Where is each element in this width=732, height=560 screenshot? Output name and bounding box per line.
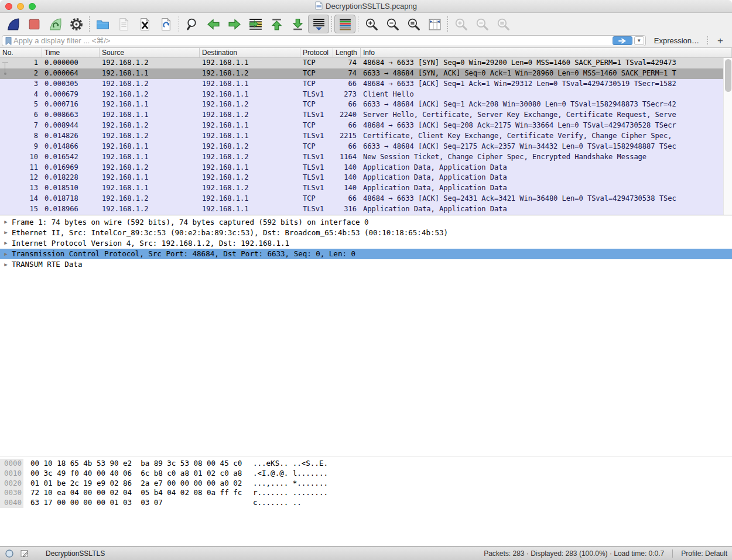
toolbar-separator <box>89 16 90 32</box>
zoom-reset-icon[interactable] <box>403 15 424 33</box>
capture-options-icon[interactable] <box>66 15 87 33</box>
packet-row[interactable]: 10 0.016542 192.168.1.1 192.168.1.2 TLSv… <box>0 152 732 163</box>
hex-ascii: .<I.@.@. l....... <box>253 469 328 479</box>
toolbar-separator <box>179 16 179 32</box>
hex-offset: 0000 <box>0 459 23 469</box>
hex-offset: 0010 <box>0 469 23 479</box>
filter-history-dropdown[interactable]: ▼ <box>634 36 644 45</box>
packet-row[interactable]: 9 0.014866 192.168.1.1 192.168.1.2 TCP 6… <box>0 142 732 152</box>
packet-list-scrollbar[interactable] <box>723 58 732 215</box>
status-packet-counts: Packets: 283 · Displayed: 283 (100.0%) ·… <box>484 549 672 558</box>
restart-capture-icon[interactable] <box>45 15 66 33</box>
packet-row[interactable]: 4 0.000679 192.168.1.2 192.168.1.1 TLSv1… <box>0 90 732 100</box>
status-bar: DecryptionSSLTLS Packets: 283 · Displaye… <box>0 546 732 560</box>
column-header-length[interactable]: Length <box>333 48 361 57</box>
hex-ascii: ...eKS.. ..<S..E. <box>253 459 328 469</box>
hex-ascii: c....... .. <box>253 498 302 508</box>
column-header-destination[interactable]: Destination <box>200 48 300 57</box>
status-file-name: DecryptionSSLTLS <box>46 549 105 558</box>
wireshark-window: DecryptionSSLTLS.pcapng <box>0 0 732 560</box>
detail-tree-row[interactable]: ▶ Ethernet II, Src: IntelCor_89:3c:53 (9… <box>0 227 732 238</box>
reload-file-icon[interactable] <box>155 15 176 33</box>
packet-row[interactable]: 13 0.018510 192.168.1.1 192.168.1.2 TLSv… <box>0 183 732 194</box>
packet-row[interactable]: 11 0.016969 192.168.1.2 192.168.1.1 TLSv… <box>0 163 732 173</box>
capture-comment-icon[interactable] <box>20 549 29 558</box>
packet-row[interactable]: 8 0.014826 192.168.1.2 192.168.1.1 TLSv1… <box>0 131 732 142</box>
go-to-packet-icon[interactable] <box>245 15 266 33</box>
close-file-icon[interactable] <box>134 15 155 33</box>
hex-dump-row[interactable]: 0000 00 10 18 65 4b 53 90 e2 ba 89 3c 53… <box>0 459 732 469</box>
packet-row[interactable]: 7 0.008944 192.168.1.2 192.168.1.1 TCP 6… <box>0 121 732 131</box>
packet-details-pane: ▶ Frame 1: 74 bytes on wire (592 bits), … <box>0 215 732 456</box>
zoom-reset-disabled-icon <box>492 15 514 33</box>
toolbar-separator <box>447 16 448 32</box>
packet-row[interactable]: 5 0.000716 192.168.1.1 192.168.1.2 TCP 6… <box>0 99 732 110</box>
toolbar-separator <box>331 16 332 32</box>
hex-bytes: 00 3c 49 f0 40 00 40 06 6c b8 c0 a8 01 0… <box>23 469 253 479</box>
window-title: DecryptionSSLTLS.pcapng <box>326 2 417 11</box>
hex-dump-row[interactable]: 0030 72 10 ea 04 00 00 02 04 05 b4 04 02… <box>0 488 732 498</box>
packet-row[interactable]: 14 0.018718 192.168.1.2 192.168.1.1 TCP … <box>0 194 732 204</box>
expression-button[interactable]: Expression… <box>649 36 704 45</box>
add-filter-button[interactable]: + <box>712 35 729 47</box>
detail-tree-row[interactable]: ▶ Internet Protocol Version 4, Src: 192.… <box>0 238 732 248</box>
status-profile[interactable]: Profile: Default <box>672 549 727 558</box>
display-filter-input[interactable] <box>13 36 610 45</box>
scrollbar-thumb[interactable] <box>725 59 731 92</box>
hex-bytes: 00 10 18 65 4b 53 90 e2 ba 89 3c 53 08 0… <box>23 459 253 469</box>
colorize-packets-icon[interactable] <box>334 15 355 33</box>
column-header-no[interactable]: No. <box>0 48 42 57</box>
minimize-window-button[interactable] <box>17 3 24 10</box>
zoom-window-button[interactable] <box>29 3 36 10</box>
packet-row[interactable]: 15 0.018966 192.168.1.2 192.168.1.1 TLSv… <box>0 204 732 215</box>
bookmark-icon[interactable] <box>4 36 13 46</box>
column-header-source[interactable]: Source <box>100 48 200 57</box>
hex-offset: 0030 <box>0 488 23 498</box>
go-last-packet-icon[interactable] <box>287 15 308 33</box>
expand-triangle-icon[interactable]: ▶ <box>0 240 12 246</box>
hex-offset: 0040 <box>0 498 23 508</box>
detail-tree-row[interactable]: ▶ Transmission Control Protocol, Src Por… <box>0 249 732 259</box>
display-filter-field[interactable]: ▼ <box>2 35 646 46</box>
expand-triangle-icon[interactable]: ▶ <box>0 229 12 235</box>
zoom-in-icon[interactable] <box>361 15 382 33</box>
apply-filter-button[interactable] <box>613 36 632 45</box>
expert-info-icon[interactable] <box>5 549 14 558</box>
detail-tree-row[interactable]: ▶ Frame 1: 74 bytes on wire (592 bits), … <box>0 217 732 227</box>
hex-dump-row[interactable]: 0020 01 01 be 2c 19 e9 02 86 2a e7 00 00… <box>0 479 732 489</box>
go-first-packet-icon[interactable] <box>266 15 287 33</box>
hex-dump-row[interactable]: 0040 63 17 00 00 00 00 01 03 03 07 c....… <box>0 498 732 508</box>
column-header-time[interactable]: Time <box>42 48 100 57</box>
document-icon <box>315 1 323 12</box>
hex-dump-row[interactable]: 0010 00 3c 49 f0 40 00 40 06 6c b8 c0 a8… <box>0 469 732 479</box>
packet-row[interactable]: 6 0.008663 192.168.1.1 192.168.1.2 TLSv1… <box>0 110 732 121</box>
toolbar-separator <box>358 16 358 32</box>
open-file-icon[interactable] <box>92 15 113 33</box>
close-window-button[interactable] <box>5 3 12 10</box>
find-packet-icon[interactable] <box>182 15 203 33</box>
go-forward-icon[interactable] <box>224 15 245 33</box>
column-header-info[interactable]: Info <box>361 48 732 57</box>
hex-offset: 0020 <box>0 479 23 489</box>
auto-scroll-icon[interactable] <box>308 15 329 33</box>
resize-columns-icon[interactable] <box>424 15 445 33</box>
expand-triangle-icon[interactable]: ▶ <box>0 251 12 257</box>
save-file-icon[interactable] <box>113 15 134 33</box>
expand-triangle-icon[interactable]: ▶ <box>0 262 12 267</box>
start-capture-icon[interactable] <box>2 15 23 33</box>
expand-triangle-icon[interactable]: ▶ <box>0 219 12 225</box>
packet-row[interactable]: 2 0.000064 192.168.1.1 192.168.1.2 TCP 7… <box>0 68 732 79</box>
packet-bytes-pane: 0000 00 10 18 65 4b 53 90 e2 ba 89 3c 53… <box>0 456 732 545</box>
packet-row[interactable]: 3 0.000305 192.168.1.2 192.168.1.1 TCP 6… <box>0 79 732 90</box>
packet-row[interactable]: 12 0.018228 192.168.1.1 192.168.1.2 TLSv… <box>0 173 732 183</box>
go-back-icon[interactable] <box>203 15 224 33</box>
title-bar: DecryptionSSLTLS.pcapng <box>0 0 732 13</box>
column-header-protocol[interactable]: Protocol <box>300 48 333 57</box>
hex-bytes: 63 17 00 00 00 00 01 03 03 07 <box>23 498 253 508</box>
stop-capture-icon[interactable] <box>23 15 45 33</box>
main-toolbar <box>0 13 732 35</box>
zoom-out-icon[interactable] <box>382 15 403 33</box>
packet-row[interactable]: 1 0.000000 192.168.1.2 192.168.1.1 TCP 7… <box>0 58 732 68</box>
detail-tree-row[interactable]: ▶ TRANSUM RTE Data <box>0 259 732 270</box>
hex-ascii: ...,.... *....... <box>253 479 328 489</box>
